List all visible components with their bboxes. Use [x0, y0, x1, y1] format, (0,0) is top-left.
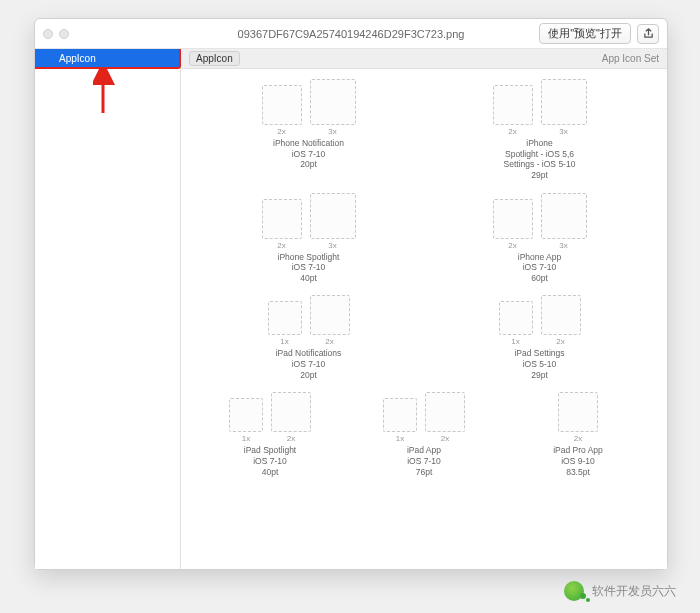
asset-title: AppIcon: [189, 51, 240, 66]
sidebar: AppIcon: [35, 49, 181, 569]
slot-group: 2x3xiPhoneSpotlight - iOS 5,6Settings - …: [424, 79, 655, 189]
main-header: AppIcon App Icon Set: [181, 49, 667, 69]
grid-row: 2x3xiPhone NotificationiOS 7-1020pt2x3xi…: [193, 79, 655, 189]
slot-caption: iPad SettingsiOS 5-1029pt: [514, 348, 564, 380]
open-with-preview-button[interactable]: 使用"预览"打开: [539, 23, 631, 44]
icon-slot[interactable]: 1x: [383, 398, 417, 443]
slot-group: 1x2xiPad AppiOS 7-1076pt: [348, 392, 500, 485]
image-well[interactable]: [541, 295, 581, 335]
icon-slot[interactable]: 3x: [310, 193, 356, 250]
image-well[interactable]: [425, 392, 465, 432]
window-body: AppIcon AppIcon App Icon Set 2x3xiPhone …: [35, 49, 667, 569]
slot-caption: iPhone NotificationiOS 7-1020pt: [273, 138, 344, 170]
scale-label: 1x: [511, 337, 519, 346]
minimize-icon[interactable]: [59, 29, 69, 39]
traffic-lights: [43, 29, 69, 39]
grid-row: 1x2xiPad SpotlightiOS 7-1040pt1x2xiPad A…: [193, 392, 655, 485]
scale-label: 2x: [556, 337, 564, 346]
slot-caption: iPhone SpotlightiOS 7-1040pt: [278, 252, 340, 284]
titlebar: 09367DF67C9A25740194246D29F3C723.png 使用"…: [35, 19, 667, 49]
slot-group: 1x2xiPad SettingsiOS 5-1029pt: [424, 295, 655, 388]
icon-slot[interactable]: 2x: [558, 392, 598, 443]
slot-pair: 1x2x: [499, 295, 581, 346]
icon-slot[interactable]: 1x: [229, 398, 263, 443]
slot-group: 1x2xiPad NotificationsiOS 7-1020pt: [193, 295, 424, 388]
slot-caption: iPhoneSpotlight - iOS 5,6Settings - iOS …: [504, 138, 576, 181]
grid-row: 2x3xiPhone SpotlightiOS 7-1040pt2x3xiPho…: [193, 193, 655, 292]
image-well[interactable]: [271, 392, 311, 432]
image-well[interactable]: [310, 295, 350, 335]
scale-label: 2x: [508, 127, 516, 136]
slot-caption: iPad Pro AppiOS 9-1083.5pt: [553, 445, 603, 477]
icon-slot[interactable]: 1x: [499, 301, 533, 346]
scale-label: 3x: [328, 241, 336, 250]
grid-row: 1x2xiPad NotificationsiOS 7-1020pt1x2xiP…: [193, 295, 655, 388]
slot-pair: 1x2x: [229, 392, 311, 443]
image-well[interactable]: [262, 85, 302, 125]
icon-slot[interactable]: 3x: [541, 79, 587, 136]
slot-caption: iPad NotificationsiOS 7-1020pt: [276, 348, 342, 380]
sidebar-item-appicon[interactable]: AppIcon: [35, 49, 180, 67]
image-well[interactable]: [493, 199, 533, 239]
wechat-icon: [564, 581, 584, 601]
image-well[interactable]: [262, 199, 302, 239]
image-well[interactable]: [268, 301, 302, 335]
scale-label: 2x: [441, 434, 449, 443]
image-well[interactable]: [493, 85, 533, 125]
close-icon[interactable]: [43, 29, 53, 39]
scale-label: 2x: [574, 434, 582, 443]
icon-slot[interactable]: 1x: [268, 301, 302, 346]
icon-slot[interactable]: 2x: [541, 295, 581, 346]
scale-label: 2x: [277, 127, 285, 136]
scale-label: 2x: [287, 434, 295, 443]
icon-slot[interactable]: 2x: [425, 392, 465, 443]
scale-label: 1x: [280, 337, 288, 346]
scale-label: 2x: [277, 241, 285, 250]
annotation-arrow-icon: [93, 69, 123, 117]
image-well[interactable]: [383, 398, 417, 432]
share-icon: [643, 28, 654, 39]
watermark-text: 软件开发员六六: [592, 583, 676, 600]
scale-label: 3x: [328, 127, 336, 136]
icon-slot[interactable]: 3x: [541, 193, 587, 250]
icon-slot[interactable]: 2x: [493, 199, 533, 250]
image-well[interactable]: [229, 398, 263, 432]
slot-group: 1x2xiPad SpotlightiOS 7-1040pt: [194, 392, 346, 485]
slot-pair: 2x3x: [493, 79, 587, 136]
scale-label: 2x: [325, 337, 333, 346]
scale-label: 1x: [242, 434, 250, 443]
main-panel: AppIcon App Icon Set 2x3xiPhone Notifica…: [181, 49, 667, 569]
slot-pair: 2x3x: [493, 193, 587, 250]
slot-group: 2x3xiPhone SpotlightiOS 7-1040pt: [193, 193, 424, 292]
share-button[interactable]: [637, 24, 659, 44]
slot-pair: 2x: [558, 392, 598, 443]
slot-caption: iPhone AppiOS 7-1060pt: [518, 252, 561, 284]
scale-label: 3x: [559, 241, 567, 250]
icon-slot[interactable]: 2x: [310, 295, 350, 346]
slot-group: 2x3xiPhone NotificationiOS 7-1020pt: [193, 79, 424, 189]
image-well[interactable]: [558, 392, 598, 432]
slot-group: 2xiPad Pro AppiOS 9-1083.5pt: [502, 392, 654, 485]
icon-grid: 2x3xiPhone NotificationiOS 7-1020pt2x3xi…: [181, 69, 667, 569]
icon-slot[interactable]: 2x: [271, 392, 311, 443]
image-well[interactable]: [310, 79, 356, 125]
watermark: 软件开发员六六: [564, 581, 676, 601]
slot-pair: 1x2x: [383, 392, 465, 443]
image-well[interactable]: [541, 79, 587, 125]
scale-label: 2x: [508, 241, 516, 250]
slot-pair: 2x3x: [262, 79, 356, 136]
sidebar-item-label: AppIcon: [59, 53, 96, 64]
scale-label: 1x: [396, 434, 404, 443]
image-well[interactable]: [541, 193, 587, 239]
slot-pair: 2x3x: [262, 193, 356, 250]
image-well[interactable]: [499, 301, 533, 335]
icon-slot[interactable]: 2x: [262, 199, 302, 250]
slot-group: 2x3xiPhone AppiOS 7-1060pt: [424, 193, 655, 292]
image-well[interactable]: [310, 193, 356, 239]
icon-slot[interactable]: 3x: [310, 79, 356, 136]
asset-subtitle: App Icon Set: [602, 53, 659, 64]
icon-slot[interactable]: 2x: [493, 85, 533, 136]
icon-slot[interactable]: 2x: [262, 85, 302, 136]
slot-caption: iPad SpotlightiOS 7-1040pt: [244, 445, 296, 477]
slot-caption: iPad AppiOS 7-1076pt: [407, 445, 441, 477]
